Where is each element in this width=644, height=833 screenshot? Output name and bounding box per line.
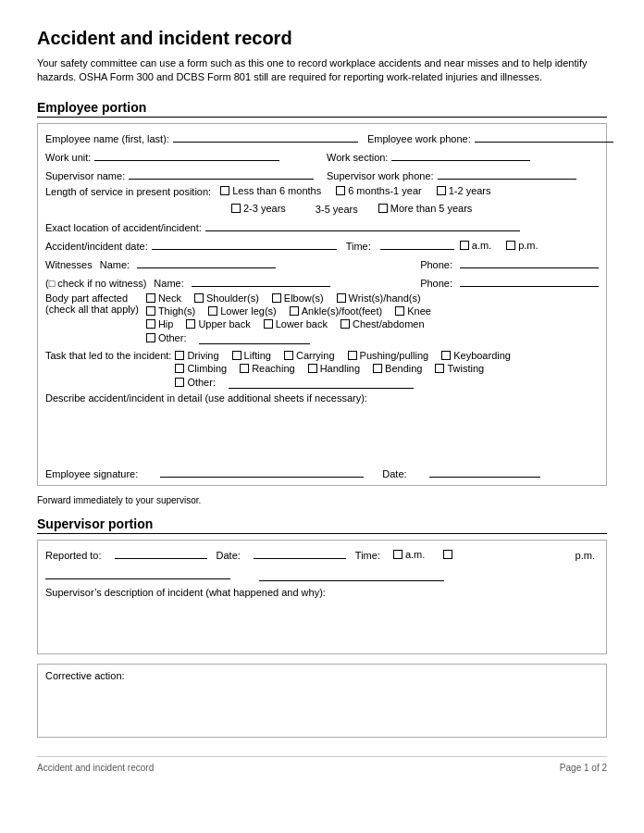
length-service-label: Length of service in present position: bbox=[45, 186, 211, 197]
incident-time-field[interactable] bbox=[380, 237, 454, 250]
length-1-2yr-box[interactable] bbox=[437, 186, 446, 195]
sup-description-field[interactable] bbox=[45, 602, 599, 648]
bp-chest[interactable]: Chest/abdomen bbox=[341, 318, 425, 329]
witnesses-col: Witnesses Name: bbox=[45, 255, 411, 270]
length-1-2yr[interactable]: 1-2 years bbox=[437, 185, 491, 196]
task-pushing[interactable]: Pushing/pulling bbox=[348, 350, 429, 361]
task-row: Task that led to the incident: Driving L… bbox=[45, 350, 599, 389]
task-other-field[interactable] bbox=[229, 376, 414, 389]
phone2-label: Phone: bbox=[420, 278, 452, 289]
bp-thigh[interactable]: Thigh(s) bbox=[146, 305, 195, 317]
employee-name-field[interactable] bbox=[173, 130, 358, 143]
bp-shoulder[interactable]: Shoulder(s) bbox=[194, 292, 259, 304]
page-footer: Accident and incident record Page 1 of 2 bbox=[37, 756, 607, 773]
witness2-phone-field[interactable] bbox=[460, 274, 599, 287]
body-part-labels: Body part affected (check all that apply… bbox=[45, 292, 139, 315]
witnesses-row2: (□ check if no witness) Name: Phone: bbox=[45, 274, 599, 289]
bp-hip[interactable]: Hip bbox=[146, 318, 174, 329]
witnesses-label: Witnesses bbox=[45, 259, 93, 270]
work-section-col: Work section: bbox=[327, 148, 599, 163]
task-climbing[interactable]: Climbing bbox=[175, 363, 227, 374]
length-more-5yr-box[interactable] bbox=[378, 204, 388, 213]
supervisor-box: Reported to: Date: Time: a.m. p.m. Super… bbox=[37, 540, 607, 654]
work-unit-field[interactable] bbox=[94, 148, 279, 161]
supervisor-name-field[interactable] bbox=[129, 167, 314, 180]
witness1-phone-field[interactable] bbox=[460, 255, 599, 268]
length-less-6mo[interactable]: Less than 6 months bbox=[220, 185, 321, 196]
date-time-row: Accident/incident date: Time: a.m. p.m. bbox=[45, 237, 599, 252]
reported-to-field[interactable] bbox=[115, 546, 207, 559]
incident-date-field[interactable] bbox=[152, 237, 337, 250]
signature-field[interactable] bbox=[160, 465, 364, 478]
task-keyboarding[interactable]: Keyboarding bbox=[441, 350, 511, 361]
pm-box[interactable] bbox=[506, 241, 515, 250]
length-more-5yr[interactable]: More than 5 years bbox=[378, 203, 473, 214]
body-row-1: Neck Shoulder(s) Elbow(s) Wrist(s)/hand(… bbox=[146, 292, 440, 304]
bp-wrist[interactable]: Wrist(s)/hand(s) bbox=[337, 292, 421, 304]
sup-description-row bbox=[45, 566, 599, 583]
location-field[interactable] bbox=[205, 218, 520, 231]
page-title: Accident and incident record bbox=[37, 28, 607, 49]
forward-note: Forward immediately to your supervisor. bbox=[37, 495, 607, 505]
sup-date-field[interactable] bbox=[254, 546, 346, 559]
signature-label: Employee signature: bbox=[45, 468, 138, 479]
name1-label: Name: bbox=[100, 259, 130, 270]
task-reaching[interactable]: Reaching bbox=[240, 363, 294, 374]
am-box[interactable] bbox=[460, 241, 469, 250]
am-checkbox[interactable]: a.m. bbox=[460, 240, 491, 251]
task-twisting[interactable]: Twisting bbox=[435, 363, 484, 374]
employee-name-label: Employee name (first, last): bbox=[45, 133, 169, 144]
length-2-3yr[interactable]: 2-3 years bbox=[231, 203, 286, 214]
task-driving[interactable]: Driving bbox=[175, 350, 218, 361]
task-bending[interactable]: Bending bbox=[373, 363, 422, 374]
bp-ankle[interactable]: Ankle(s)/foot(feet) bbox=[290, 305, 382, 317]
witness1-name-field[interactable] bbox=[137, 255, 276, 268]
describe-field[interactable] bbox=[45, 404, 599, 459]
sup-description-label: Supervisor’s description of incident (wh… bbox=[45, 587, 599, 598]
bp-other[interactable]: Other: bbox=[146, 332, 187, 343]
corrective-box: Corrective action: bbox=[37, 664, 607, 738]
length-6mo-1yr[interactable]: 6 months-1 year bbox=[336, 185, 421, 196]
task-other[interactable]: Other: bbox=[175, 377, 216, 388]
length-6mo-1yr-box[interactable] bbox=[336, 186, 345, 195]
length-less-6mo-box[interactable] bbox=[220, 186, 229, 195]
task-lifting[interactable]: Lifting bbox=[232, 350, 271, 361]
sup-am-box[interactable] bbox=[393, 550, 402, 559]
sup-am-checkbox[interactable]: a.m. bbox=[393, 549, 425, 560]
body-parts-checkboxes: Neck Shoulder(s) Elbow(s) Wrist(s)/hand(… bbox=[146, 292, 440, 346]
employee-name-col: Employee name (first, last): bbox=[45, 130, 358, 144]
sup-date-field2[interactable] bbox=[259, 568, 444, 581]
employee-section-box: Employee name (first, last): Employee wo… bbox=[37, 123, 607, 486]
supervisor-name-label: Supervisor name: bbox=[45, 170, 125, 181]
body-row-3: Hip Upper back Lower back Chest/abdomen bbox=[146, 318, 440, 329]
sig-date-field[interactable] bbox=[429, 465, 540, 478]
employee-phone-field[interactable] bbox=[475, 130, 613, 143]
bp-other-field[interactable] bbox=[199, 331, 310, 344]
supervisor-phone-field[interactable] bbox=[438, 167, 576, 180]
sup-pm-checkbox[interactable] bbox=[443, 550, 452, 559]
sup-pm-box[interactable] bbox=[443, 550, 452, 559]
length-2-3yr-box[interactable] bbox=[231, 204, 241, 213]
supervisor-phone-label: Supervisor work phone: bbox=[327, 170, 434, 181]
work-section-field[interactable] bbox=[391, 148, 530, 161]
task-carrying[interactable]: Carrying bbox=[284, 350, 335, 361]
bp-upperback[interactable]: Upper back bbox=[186, 318, 250, 329]
incident-time-col: Time: a.m. p.m. bbox=[346, 237, 599, 252]
bp-lowerback[interactable]: Lower back bbox=[264, 318, 328, 329]
witness1-phone-col: Phone: bbox=[420, 255, 599, 270]
length-service-row: Length of service in present position: L… bbox=[45, 185, 599, 215]
work-unit-col: Work unit: bbox=[45, 148, 317, 163]
bp-lowerleg[interactable]: Lower leg(s) bbox=[208, 305, 277, 317]
bp-elbow[interactable]: Elbow(s) bbox=[272, 292, 324, 304]
name-phone-row: Employee name (first, last): Employee wo… bbox=[45, 130, 599, 144]
reported-to-field2[interactable] bbox=[45, 566, 230, 579]
incident-date-col: Accident/incident date: bbox=[45, 237, 337, 252]
witness2-name-field[interactable] bbox=[192, 274, 330, 287]
pm-checkbox[interactable]: p.m. bbox=[506, 240, 538, 251]
task-section: Task that led to the incident: Driving L… bbox=[45, 350, 599, 389]
supervisor-section-heading: Supervisor portion bbox=[37, 516, 607, 534]
bp-knee[interactable]: Knee bbox=[395, 305, 431, 317]
witnesses-row1: Witnesses Name: Phone: bbox=[45, 255, 599, 270]
bp-neck[interactable]: Neck bbox=[146, 292, 181, 304]
task-handling[interactable]: Handling bbox=[308, 363, 360, 374]
